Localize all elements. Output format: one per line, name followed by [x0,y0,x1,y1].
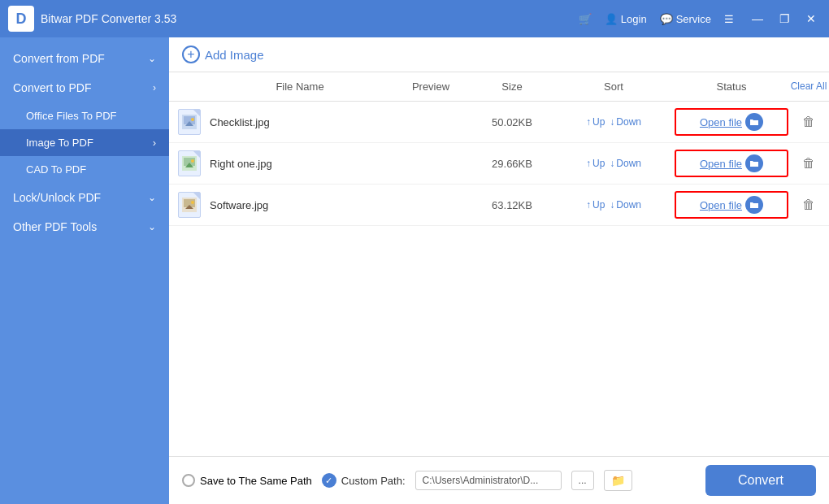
app-title: Bitwar PDF Converter 3.53 [41,12,579,25]
folder-icon: 📁 [611,474,625,487]
file-icon-cell [169,109,210,135]
file-name-cell: Right one.jpg [210,158,390,170]
delete-button[interactable]: 🗑 [802,198,815,212]
user-icon: 👤 [605,13,618,25]
size-cell: 63.12KB [471,199,553,211]
checkmark-icon: ✓ [322,473,336,488]
size-cell: 29.66KB [471,158,553,170]
size-cell: 50.02KB [471,116,553,128]
file-thumbnail [178,150,201,176]
content-bottom-bar: Save to The Same Path ✓ Custom Path: ...… [169,456,829,504]
sort-cell: ↑ Up ↓ Down [553,116,675,128]
delete-cell: 🗑 [788,156,829,171]
close-button[interactable]: ✕ [801,11,821,27]
folder-icon-button[interactable] [745,154,763,172]
col-clear-all[interactable]: Clear All [788,77,829,96]
custom-path-label: Custom Path: [341,475,406,487]
status-cell: Open file [675,191,788,219]
delete-cell: 🗑 [788,115,829,129]
restore-button[interactable]: ❐ [775,11,795,27]
content-top-bar: + Add Image [169,37,829,72]
menu-link[interactable]: ☰ [724,13,734,25]
arrow-up-icon: ↑ [586,199,591,211]
titlebar-nav: 🛒 👤 Login 💬 Service ☰ [579,13,734,25]
arrow-right-icon: › [153,137,156,149]
sidebar-item-office-to-pdf[interactable]: Office Files To PDF [0,102,169,129]
chevron-down-icon: ⌄ [148,53,156,64]
arrow-up-icon: ↑ [586,116,591,128]
folder-icon-button[interactable] [745,113,763,131]
service-icon: 💬 [660,13,673,25]
arrow-down-icon: ↓ [610,199,614,211]
plus-circle-icon: + [182,46,200,63]
sort-up-button[interactable]: ↑ Up [586,116,605,128]
arrow-down-icon: ↓ [610,116,614,128]
table-header: File Name Preview Size Sort Status Clear… [169,72,829,102]
file-thumbnail [178,109,201,135]
table-row: Software.jpg 63.12KB ↑ Up ↓ Down Open fi… [169,185,829,226]
file-name-cell: Software.jpg [210,199,390,211]
col-icon [169,77,210,96]
col-preview: Preview [390,77,471,96]
sort-down-button[interactable]: ↓ Down [610,158,641,169]
svg-point-11 [191,201,194,204]
status-cell: Open file [675,108,788,136]
sidebar: Convert from PDF ⌄ Convert to PDF › Offi… [0,37,169,504]
save-same-path-option[interactable]: Save to The Same Path [182,474,312,487]
path-input[interactable] [415,471,562,490]
sort-up-button[interactable]: ↑ Up [586,199,605,211]
sidebar-item-other-tools[interactable]: Other PDF Tools ⌄ [0,212,169,241]
sidebar-item-lock-unlock-pdf[interactable]: Lock/Unlock PDF ⌄ [0,183,169,212]
chevron-down-icon-3: ⌄ [148,221,156,232]
login-link[interactable]: 👤 Login [605,13,647,25]
main-layout: Convert from PDF ⌄ Convert to PDF › Offi… [0,37,829,504]
sidebar-item-cad-to-pdf[interactable]: CAD To PDF [0,156,169,183]
sort-up-button[interactable]: ↑ Up [586,158,605,169]
status-cell: Open file [675,150,788,177]
browse-dots-button[interactable]: ... [571,471,594,490]
file-icon-cell [169,192,210,218]
sort-cell: ↑ Up ↓ Down [553,199,675,211]
sort-cell: ↑ Up ↓ Down [553,158,675,169]
chevron-right-icon: › [153,82,156,93]
cart-link[interactable]: 🛒 [579,13,592,25]
table-row: Checklist.jpg 50.02KB ↑ Up ↓ Down Open f… [169,102,829,143]
sort-down-button[interactable]: ↓ Down [610,116,641,128]
table-row: Right one.jpg 29.66KB ↑ Up ↓ Down Open f… [169,143,829,185]
open-file-link[interactable]: Open file [700,199,742,211]
chevron-down-icon-2: ⌄ [148,192,156,203]
delete-button[interactable]: 🗑 [802,115,815,129]
sidebar-item-image-to-pdf[interactable]: Image To PDF › [0,129,169,156]
sidebar-item-convert-from-pdf[interactable]: Convert from PDF ⌄ [0,44,169,73]
custom-path-option: ✓ Custom Path: [322,473,406,488]
convert-button[interactable]: Convert [705,465,816,496]
delete-cell: 🗑 [788,198,829,212]
folder-browse-button[interactable]: 📁 [604,470,632,491]
save-same-path-label: Save to The Same Path [200,475,312,487]
col-filename: File Name [210,77,390,96]
delete-button[interactable]: 🗑 [802,156,815,171]
minimize-button[interactable]: — [747,11,768,27]
file-name-cell: Checklist.jpg [210,116,390,128]
svg-point-7 [191,159,194,163]
service-link[interactable]: 💬 Service [660,13,711,25]
svg-point-3 [191,118,194,121]
window-controls: — ❐ ✕ [747,11,821,27]
col-status: Status [675,77,788,96]
menu-icon: ☰ [724,13,734,25]
arrow-up-icon: ↑ [586,158,591,169]
col-sort: Sort [553,77,675,96]
sort-down-button[interactable]: ↓ Down [610,199,641,211]
folder-icon-button[interactable] [745,196,763,214]
content-area: + Add Image File Name Preview Size Sort … [169,37,829,504]
table-body: Checklist.jpg 50.02KB ↑ Up ↓ Down Open f… [169,102,829,456]
add-image-button[interactable]: + Add Image [182,46,264,63]
app-logo: D [8,6,34,32]
cart-icon: 🛒 [579,13,592,25]
sidebar-item-convert-to-pdf[interactable]: Convert to PDF › [0,73,169,102]
open-file-link[interactable]: Open file [700,116,742,128]
radio-button [182,474,195,487]
arrow-down-icon: ↓ [610,158,614,169]
file-icon-cell [169,150,210,176]
open-file-link[interactable]: Open file [700,158,742,170]
